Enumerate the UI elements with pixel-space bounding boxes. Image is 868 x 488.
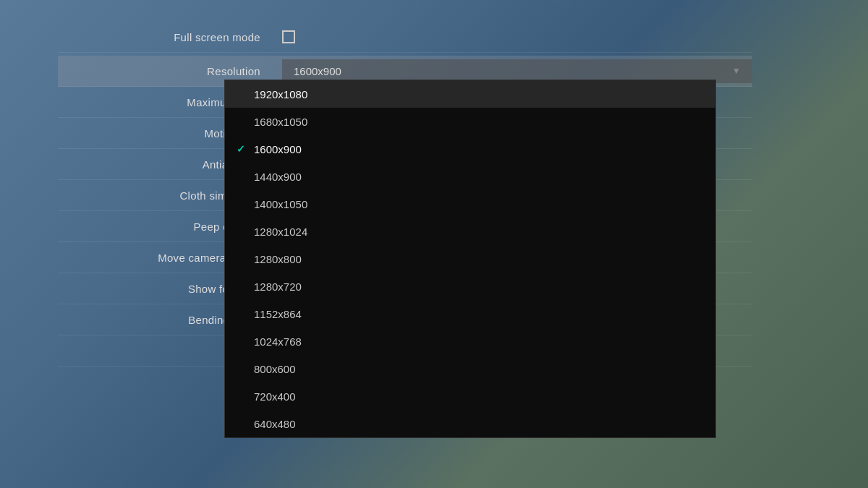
resolution-option-label: 720x400 [254,390,296,403]
checkmark-icon: ✓ [237,143,245,155]
resolution-option-640x480[interactable]: 640x480 [225,410,715,437]
resolution-option-label: 800x600 [254,363,296,375]
fullscreen-checkbox[interactable] [282,30,295,43]
resolution-option-label: 1920x1080 [254,88,307,100]
resolution-option-1280x1024[interactable]: 1280x1024 [225,218,715,245]
resolution-option-label: 1400x1050 [254,198,307,210]
resolution-option-label: 640x480 [254,418,296,430]
resolution-option-1440x900[interactable]: 1440x900 [225,163,715,190]
resolution-option-800x600[interactable]: 800x600 [225,355,715,382]
fullscreen-row: Full screen mode [58,22,752,53]
fullscreen-label: Full screen mode [58,31,282,43]
resolution-option-1280x800[interactable]: 1280x800 [225,245,715,273]
resolution-option-label: 1280x1024 [254,226,307,238]
resolution-option-1920x1080[interactable]: 1920x1080 [225,80,715,108]
resolution-option-1600x900[interactable]: ✓1600x900 [225,135,715,163]
resolution-option-label: 1280x720 [254,281,302,293]
resolution-dropdown-list: 1920x10801680x1050✓1600x9001440x9001400x… [224,80,716,438]
resolution-option-label: 1280x800 [254,253,302,265]
resolution-option-720x400[interactable]: 720x400 [225,382,715,410]
resolution-option-label: 1680x1050 [254,116,307,128]
resolution-option-1280x720[interactable]: 1280x720 [225,273,715,300]
resolution-option-label: 1152x864 [254,308,302,320]
resolution-label: Resolution [58,65,282,77]
resolution-option-label: 1440x900 [254,171,302,183]
fullscreen-control [282,30,752,43]
resolution-option-1024x768[interactable]: 1024x768 [225,328,715,355]
resolution-option-label: 1600x900 [254,143,302,155]
resolution-option-1680x1050[interactable]: 1680x1050 [225,108,715,135]
resolution-current-value: 1600x900 [294,65,341,77]
resolution-option-1152x864[interactable]: 1152x864 [225,300,715,328]
resolution-option-label: 1024x768 [254,335,302,348]
resolution-option-1400x1050[interactable]: 1400x1050 [225,190,715,218]
checkbox-wrapper [282,30,752,43]
dropdown-arrow-icon: ▼ [732,66,741,76]
